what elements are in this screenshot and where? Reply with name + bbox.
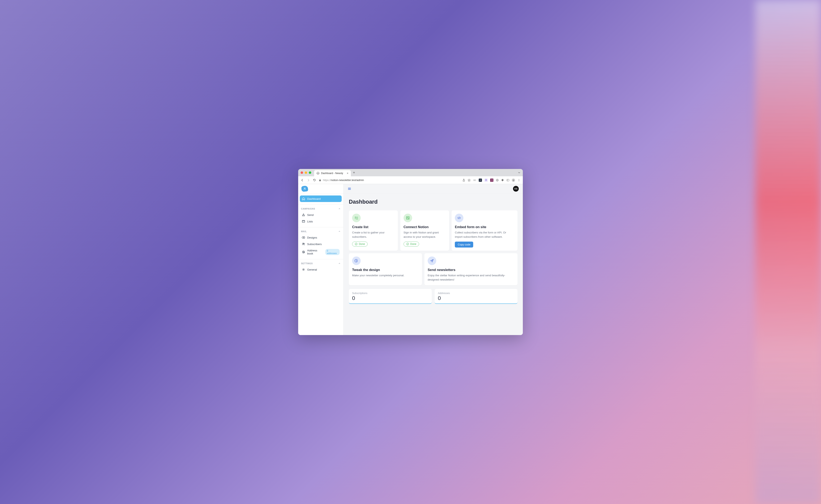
extensions-icon[interactable] (501, 179, 504, 182)
gear-icon (302, 268, 305, 271)
close-window-button[interactable] (301, 171, 303, 174)
lists-icon (302, 220, 305, 223)
sidebar-item-label: Subscribers (307, 243, 322, 246)
page-title: Dashboard (349, 199, 517, 205)
svg-point-18 (303, 251, 305, 253)
home-icon (302, 197, 305, 200)
sidebar-item-lists[interactable]: Lists (300, 218, 342, 225)
chevron-up-icon (338, 208, 341, 210)
checklist-icon (352, 214, 361, 222)
svg-point-10 (519, 181, 519, 181)
url-text: https://notion-newsletter.test/admin (323, 179, 364, 182)
section-header-mail[interactable]: MAIL (298, 227, 343, 234)
svg-point-12 (303, 215, 304, 216)
check-circle-icon (355, 243, 358, 245)
sidebar-item-general[interactable]: General (300, 266, 342, 273)
svg-point-17 (304, 243, 305, 244)
card-desc: Create a list to gather your subscribers… (352, 231, 395, 239)
stat-cards: Subscriptions 0 Addresses 0 (349, 289, 517, 304)
stat-card-addresses: Addresses 0 (435, 289, 517, 304)
logo[interactable]: N (301, 185, 308, 192)
menu-icon[interactable] (517, 179, 520, 182)
stat-value: 0 (438, 295, 514, 301)
sidepanel-icon[interactable] (506, 179, 509, 182)
card-title: Connect Notion (404, 225, 446, 229)
section-header-campaigns[interactable]: CAMPAIGNS (298, 205, 343, 212)
card-desc: Make your newsletter completely personal… (352, 273, 419, 278)
done-pill: Done (404, 242, 419, 246)
profile-icon[interactable] (512, 179, 515, 182)
ext-icon-2[interactable]: ▪ (479, 179, 482, 182)
chevron-up-icon (338, 262, 341, 264)
sidebar-item-dashboard[interactable]: Dashboard (300, 195, 342, 202)
check-circle-icon (406, 243, 409, 245)
card-tweak-design: Tweak the design Make your newsletter co… (349, 253, 422, 285)
avatar[interactable]: RB (513, 186, 519, 192)
sidebar: N Dashboard CAMPAIGNS (298, 184, 344, 335)
back-button[interactable] (301, 179, 304, 182)
card-desc: Sign in with Notion and grant access to … (404, 231, 446, 239)
svg-rect-5 (507, 179, 509, 181)
topbar: RB (344, 184, 523, 193)
stat-label: Addresses (438, 292, 514, 295)
browser-window: Dashboard - Newsly × + https://no (298, 169, 523, 335)
svg-point-26 (356, 260, 357, 260)
lock-icon (319, 179, 321, 181)
send-icon (302, 213, 305, 216)
onboarding-cards-row-1: Create list Create a list to gather your… (349, 210, 517, 251)
new-tab-button[interactable]: + (353, 171, 355, 175)
svg-point-25 (355, 261, 356, 261)
card-title: Create list (352, 225, 395, 229)
paper-plane-icon (428, 256, 436, 265)
maximize-window-button[interactable] (309, 171, 311, 174)
card-title: Send newsletters (428, 268, 514, 272)
url-field[interactable]: https://notion-newsletter.test/admin (319, 179, 459, 182)
stat-label: Subscriptions (352, 292, 428, 295)
svg-point-20 (303, 269, 304, 270)
tab-title: Dashboard - Newsly (321, 172, 343, 175)
close-tab-button[interactable]: × (347, 172, 348, 175)
ext-icon-3[interactable]: D (484, 179, 488, 182)
svg-point-8 (519, 179, 519, 179)
minimize-window-button[interactable] (305, 171, 307, 174)
palette-icon (352, 256, 361, 265)
hamburger-icon[interactable] (348, 187, 351, 191)
card-desc: Collect subscribers via the form or API.… (455, 231, 514, 239)
ext-icon-5[interactable] (496, 179, 499, 182)
copy-code-button[interactable]: Copy code (455, 242, 473, 248)
app: N Dashboard CAMPAIGNS (298, 184, 523, 335)
logo-area: N (298, 184, 343, 193)
sidebar-item-address-book[interactable]: Address book 0 addresses (300, 247, 342, 257)
reload-button[interactable] (313, 179, 316, 182)
browser-tab[interactable]: Dashboard - Newsly × (314, 170, 351, 176)
sidebar-item-designs[interactable]: Designs (300, 234, 342, 241)
svg-point-1 (473, 180, 475, 181)
ext-icon-4[interactable]: ⬚ (490, 179, 493, 182)
share-icon[interactable] (462, 179, 465, 182)
globe-icon (317, 172, 319, 175)
stat-value: 0 (352, 295, 428, 301)
forward-button[interactable] (307, 179, 310, 182)
address-count-badge: 0 addresses (325, 249, 340, 255)
content: Dashboard Create list Create a list to g… (344, 193, 523, 309)
extension-icons: ▪ D ⬚ (462, 179, 520, 182)
ext-icon-1[interactable] (473, 179, 476, 182)
address-bar: https://notion-newsletter.test/admin ▪ D… (298, 176, 523, 184)
sidebar-item-label: Send (307, 213, 314, 216)
card-send-newsletters: Send newsletters Enjoy the stellar Notio… (424, 253, 517, 285)
svg-point-24 (356, 260, 356, 260)
card-title: Embed form on site (455, 225, 514, 229)
sidebar-item-subscribers[interactable]: Subscribers (300, 241, 342, 247)
stat-card-subscriptions: Subscriptions 0 (349, 289, 432, 304)
sidebar-item-label: Designs (307, 236, 317, 239)
main: RB Dashboard Create list Create a list t… (344, 184, 523, 335)
chevron-up-icon (338, 230, 341, 232)
at-icon (302, 250, 305, 254)
bookmark-icon[interactable] (468, 179, 470, 182)
card-desc: Enjoy the stellar Notion writing experie… (428, 273, 514, 282)
card-title: Tweak the design (352, 268, 419, 272)
tabs-dropdown-button[interactable] (518, 171, 520, 174)
section-header-settings[interactable]: SETTINGS (298, 259, 343, 266)
done-pill: Done (352, 242, 368, 246)
sidebar-item-send[interactable]: Send (300, 212, 342, 218)
